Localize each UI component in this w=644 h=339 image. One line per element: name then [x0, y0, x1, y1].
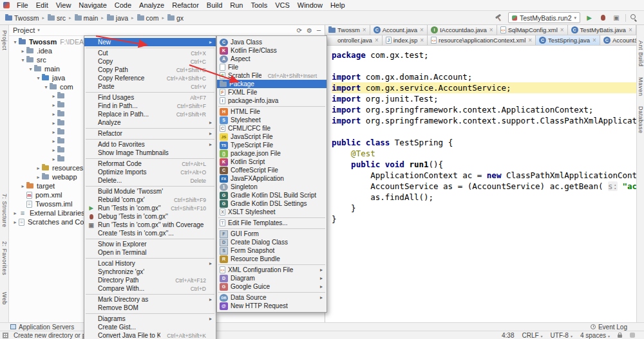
- tool-window-stripe-button[interactable]: 7: Structure: [1, 194, 8, 228]
- editor-tab[interactable]: Twossm ×: [325, 25, 370, 35]
- code-line[interactable]: public void run1(){: [332, 159, 636, 170]
- submenu-item[interactable]: Kotlin File/Class: [217, 46, 327, 55]
- close-tab-icon[interactable]: ×: [489, 27, 493, 33]
- search-icon[interactable]: [630, 14, 638, 21]
- submenu-item[interactable]: Resource Bundle: [217, 255, 327, 263]
- context-menu-item[interactable]: Show Image Thumbnails: [84, 149, 216, 157]
- chevron-icon[interactable]: ▸: [50, 120, 57, 126]
- context-menu-item[interactable]: Run 'Tests in 'com.gx'' with Coverage: [84, 221, 216, 229]
- submenu-item[interactable]: CoffeeScript File: [217, 166, 327, 174]
- submenu-item[interactable]: package-info.java: [217, 96, 327, 105]
- indent-selector[interactable]: 4 spaces: [580, 332, 610, 339]
- close-tab-icon[interactable]: ×: [528, 37, 532, 44]
- chevron-icon[interactable]: ▸: [50, 102, 57, 108]
- submenu-item[interactable]: JavaScript File: [217, 133, 327, 141]
- context-menu-item[interactable]: Convert Java File to Kotlin File Ctrl+Al…: [84, 331, 216, 339]
- menu-bar-item[interactable]: View: [52, 0, 75, 11]
- submenu-item[interactable]: Kotlin Script: [217, 158, 327, 166]
- menu-bar-item[interactable]: Code: [111, 0, 135, 11]
- close-tab-icon[interactable]: ×: [629, 27, 632, 33]
- chevron-icon[interactable]: ▾: [19, 57, 26, 63]
- code-line[interactable]: public class TestSpring {: [332, 137, 636, 148]
- chevron-icon[interactable]: ▾: [12, 39, 19, 45]
- context-menu-item[interactable]: Copy Reference Ctrl+Alt+Shift+C: [84, 74, 216, 82]
- context-menu-item[interactable]: Find in Path... Ctrl+Shift+F: [84, 102, 216, 110]
- context-menu-item[interactable]: Remove BOM: [84, 304, 216, 312]
- submenu-item[interactable]: Form Snapshot: [217, 246, 327, 255]
- sync-icon[interactable]: ⟳: [297, 27, 302, 34]
- submenu-item[interactable]: New HTTP Request: [217, 302, 327, 310]
- submenu-item[interactable]: Gradle Kotlin DSL Build Script: [217, 191, 327, 199]
- chevron-icon[interactable]: ▸: [19, 183, 26, 189]
- submenu-item[interactable]: Aspect: [217, 55, 327, 63]
- code-editor[interactable]: package com.gx.test; import com.gx.domai…: [325, 46, 636, 224]
- editor-tab[interactable]: index.jsp ×: [383, 35, 428, 45]
- event-log-button[interactable]: Event Log: [591, 324, 627, 331]
- context-menu-item[interactable]: Diagrams ▸: [84, 315, 216, 323]
- encoding-selector[interactable]: UTF-8: [551, 332, 573, 339]
- submenu-item[interactable]: Singleton: [217, 183, 327, 191]
- editor-tab[interactable]: SqlMapConfig.xml ×: [497, 25, 568, 35]
- editor-tab[interactable]: AccountServiceImpl.java ×: [600, 35, 636, 45]
- context-menu-item[interactable]: Rebuild 'com.gx' Ctrl+Shift+F9: [84, 196, 216, 204]
- submenu-item[interactable]: Stylesheet: [217, 116, 327, 124]
- menu-bar-item[interactable]: Run: [226, 0, 247, 11]
- submenu-item[interactable]: File: [217, 63, 327, 71]
- run-configuration-select[interactable]: TestMyBatis.run2 ▾: [508, 12, 580, 23]
- editor-tab[interactable]: TestMyBatis.java ×: [568, 25, 636, 35]
- breadcrumb-item[interactable]: src: [39, 14, 66, 22]
- debug-button[interactable]: [598, 14, 607, 23]
- chevron-icon[interactable]: ▸: [50, 93, 57, 99]
- context-menu-item[interactable]: Create Gist...: [84, 323, 216, 331]
- breadcrumb-item[interactable]: Twossm: [5, 14, 39, 22]
- tool-window-stripe-button[interactable]: Web: [1, 292, 8, 305]
- context-menu-item[interactable]: Debug 'Tests in 'com.gx'': [84, 212, 216, 221]
- submenu-item[interactable]: package.json File: [217, 149, 327, 158]
- code-line[interactable]: }: [332, 214, 636, 224]
- submenu-item[interactable]: Data Source ▸: [217, 293, 327, 302]
- chevron-icon[interactable]: ▸: [35, 174, 42, 180]
- chevron-icon[interactable]: ▸: [12, 210, 19, 216]
- chevron-icon[interactable]: ▾: [43, 84, 50, 90]
- code-line[interactable]: import com.gx.domain.Account;: [332, 71, 636, 82]
- caret-position[interactable]: 4:38: [502, 332, 514, 339]
- code-line[interactable]: }: [332, 203, 636, 214]
- submenu-item[interactable]: Package: [217, 80, 327, 88]
- menu-bar-item[interactable]: Refactor: [168, 0, 203, 11]
- context-menu-item[interactable]: Find Usages Alt+F7: [84, 93, 216, 102]
- context-menu-item[interactable]: Cut Ctrl+X: [84, 49, 216, 57]
- menu-bar-item[interactable]: Window: [294, 0, 327, 11]
- context-menu-item[interactable]: Delete... Delete: [84, 176, 216, 185]
- tool-window-stripe-button[interactable]: 2: Favorites: [1, 241, 8, 275]
- editor-tab[interactable]: Account.java ×: [370, 25, 428, 35]
- menu-bar-item[interactable]: File: [13, 0, 32, 11]
- context-menu-item[interactable]: Synchronize 'gx': [84, 268, 216, 276]
- close-tab-icon[interactable]: ×: [592, 37, 596, 44]
- editor-tab[interactable]: resource\applicationContext.xml ×: [428, 35, 536, 45]
- menu-bar-item[interactable]: Edit: [32, 0, 52, 11]
- menu-bar-item[interactable]: VCS: [271, 0, 294, 11]
- close-tab-icon[interactable]: ×: [363, 27, 366, 33]
- submenu-item[interactable]: XSLT Stylesheet: [217, 208, 327, 216]
- close-tab-icon[interactable]: ×: [420, 37, 424, 44]
- breadcrumb-item[interactable]: main: [66, 14, 98, 22]
- context-menu-item[interactable]: Open in Terminal: [84, 248, 216, 257]
- menu-bar-item[interactable]: Help: [327, 0, 349, 11]
- submenu-item[interactable]: Gradle Kotlin DSL Settings: [217, 199, 327, 208]
- code-line[interactable]: [332, 60, 636, 71]
- submenu-item[interactable]: Create Dialog Class: [217, 238, 327, 246]
- chevron-icon[interactable]: ▸: [50, 111, 57, 117]
- submenu-item[interactable]: TypeScript File: [217, 141, 327, 149]
- menu-bar-item[interactable]: Analyze: [135, 0, 168, 11]
- context-menu-item[interactable]: Directory Path Ctrl+Alt+F12: [84, 276, 216, 284]
- submenu-item[interactable]: XML Configuration File ▸: [217, 266, 327, 274]
- application-servers-button[interactable]: Application Servers: [19, 324, 74, 331]
- code-line[interactable]: import org.springframework.context.suppo…: [332, 115, 636, 126]
- context-menu-item[interactable]: Create 'Tests in 'com.gx''...: [84, 229, 216, 237]
- close-tab-icon[interactable]: ×: [375, 37, 379, 44]
- submenu-item[interactable]: Java Class: [217, 38, 327, 46]
- chevron-icon[interactable]: ▸: [50, 138, 57, 144]
- context-menu-item[interactable]: Build Module 'Twossm': [84, 187, 216, 196]
- context-menu-item[interactable]: Replace in Path... Ctrl+Shift+R: [84, 110, 216, 118]
- run-button[interactable]: ▶: [585, 14, 594, 23]
